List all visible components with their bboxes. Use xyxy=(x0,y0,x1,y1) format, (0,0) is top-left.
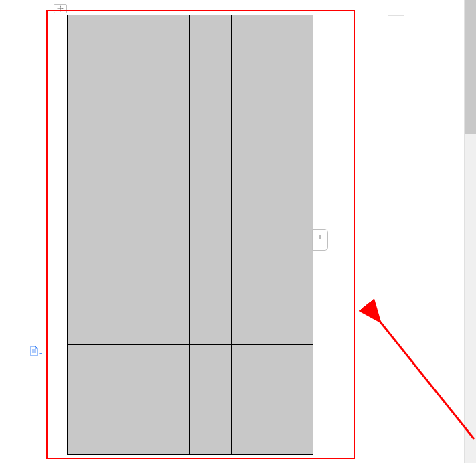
table-cell[interactable] xyxy=(190,125,231,235)
svg-line-4 xyxy=(379,320,474,439)
table-cell[interactable] xyxy=(272,15,313,125)
table-cell[interactable] xyxy=(272,345,313,455)
data-table[interactable] xyxy=(67,15,313,455)
page-corner-mark xyxy=(388,0,404,16)
table-cell[interactable] xyxy=(149,15,190,125)
move-icon xyxy=(57,3,64,15)
table-cell[interactable] xyxy=(231,345,272,455)
add-column-handle[interactable]: + xyxy=(312,229,328,251)
plus-icon: + xyxy=(317,233,322,242)
table-cell[interactable] xyxy=(272,235,313,345)
table-cell[interactable] xyxy=(68,235,108,345)
table-cell[interactable] xyxy=(272,125,313,235)
table-cell[interactable] xyxy=(149,345,190,455)
table-cell[interactable] xyxy=(190,235,231,345)
table-cell[interactable] xyxy=(149,235,190,345)
table-cell[interactable] xyxy=(68,345,108,455)
table-container[interactable] xyxy=(67,15,313,455)
table-row[interactable] xyxy=(68,235,313,345)
table-row[interactable] xyxy=(68,15,313,125)
table-cell[interactable] xyxy=(190,15,231,125)
table-cell[interactable] xyxy=(108,15,149,125)
page-icon xyxy=(30,346,38,358)
table-cell[interactable] xyxy=(108,125,149,235)
table-cell[interactable] xyxy=(231,15,272,125)
table-cell[interactable] xyxy=(108,235,149,345)
table-move-handle[interactable] xyxy=(54,4,67,13)
table-cell[interactable] xyxy=(231,125,272,235)
table-cell[interactable] xyxy=(68,125,108,235)
table-row[interactable] xyxy=(68,345,313,455)
table-cell[interactable] xyxy=(190,345,231,455)
table-cell[interactable] xyxy=(108,345,149,455)
vertical-scrollbar-track[interactable] xyxy=(464,0,476,463)
table-cell[interactable] xyxy=(68,15,108,125)
table-body xyxy=(68,15,313,455)
document-page: + - xyxy=(0,0,476,463)
table-cell[interactable] xyxy=(149,125,190,235)
page-break-marker[interactable]: - xyxy=(30,346,42,358)
page-break-dash: - xyxy=(39,349,42,356)
vertical-scrollbar-thumb[interactable] xyxy=(465,0,476,134)
table-row[interactable] xyxy=(68,125,313,235)
table-cell[interactable] xyxy=(231,235,272,345)
